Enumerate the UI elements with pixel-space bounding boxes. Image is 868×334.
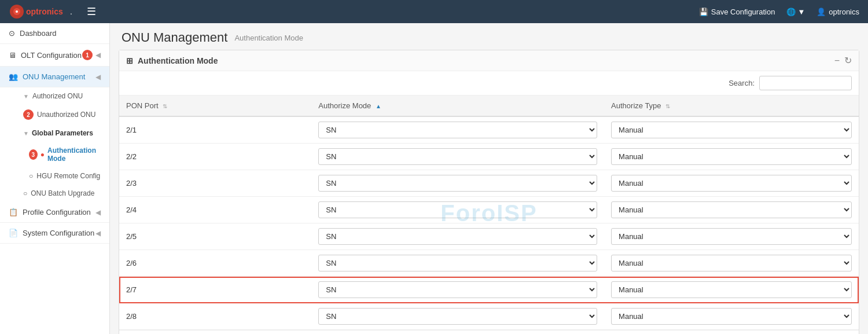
onu-batch-upgrade-label: ONU Batch Upgrade: [31, 189, 94, 197]
unauth-badge: 2: [23, 109, 34, 120]
sidebar-item-profile-config[interactable]: 📋 Profile Configuration ◀: [0, 202, 109, 223]
sidebar-item-hgu-remote-config[interactable]: ○ HGU Remote Config: [23, 167, 109, 185]
unauthorized-onu-label: Unauthorized ONU: [37, 111, 95, 119]
table-row: 2/1SNPasswordSN+PasswordManualAuto: [119, 116, 859, 144]
minimize-button[interactable]: −: [834, 56, 840, 66]
table-row: 2/4SNPasswordSN+PasswordManualAuto: [119, 197, 859, 223]
sidebar-item-unauthorized-onu[interactable]: 2 Unauthorized ONU: [17, 105, 109, 124]
hgu-remote-config-label: HGU Remote Config: [36, 172, 100, 180]
search-input[interactable]: [759, 76, 852, 90]
sidebar: ⊙ Dashboard 🖥 OLT Configuration 1 ◀ 👥 ON…: [0, 23, 110, 334]
authorize-type-cell: ManualAuto: [604, 197, 859, 223]
authorize-mode-select[interactable]: SNPasswordSN+Password: [318, 255, 597, 271]
global-params-label: Global Parameters: [32, 129, 93, 137]
authorize-mode-cell: SNPasswordSN+Password: [311, 170, 604, 197]
authorize-mode-select[interactable]: SNPasswordSN+Password: [318, 148, 597, 165]
authorize-mode-cell: SNPasswordSN+Password: [311, 277, 604, 303]
type-sort-icon[interactable]: ⇅: [665, 103, 670, 109]
sidebar-item-onu-batch-upgrade[interactable]: ○ ONU Batch Upgrade: [17, 185, 109, 202]
authorize-type-select[interactable]: ManualAuto: [611, 281, 852, 298]
authorize-mode-select[interactable]: SNPasswordSN+Password: [318, 201, 597, 218]
authorize-mode-cell: SNPasswordSN+Password: [311, 250, 604, 277]
system-arrow-icon: ◀: [95, 229, 101, 237]
table-wrapper: ForoISP PON Port ⇅ Authorize Mode: [119, 96, 859, 330]
table-row: 2/6SNPasswordSN+PasswordManualAuto: [119, 250, 859, 277]
search-label: Search:: [729, 79, 755, 87]
sidebar-item-dashboard[interactable]: ⊙ Dashboard: [0, 23, 109, 44]
top-nav-left: optronics . ☰: [9, 3, 96, 20]
mode-sort-icon[interactable]: ▲: [376, 103, 381, 109]
table-body: 2/1SNPasswordSN+PasswordManualAuto2/2SNP…: [119, 116, 859, 330]
pon-port-cell: 2/4: [119, 197, 311, 223]
authorize-type-select[interactable]: ManualAuto: [611, 175, 852, 192]
top-nav: optronics . ☰ 💾 Save Configuration 🌐 ▼ 👤…: [0, 0, 868, 23]
lang-arrow-icon: ▼: [797, 8, 805, 16]
pon-sort-icon[interactable]: ⇅: [163, 103, 167, 109]
onu-sub-menu: ▼ Authorized ONU 2 Unauthorized ONU ▼ Gl…: [0, 87, 109, 202]
monitor-icon: 🖥: [9, 51, 16, 60]
profile-icon: 📋: [9, 208, 18, 216]
save-config-label: Save Configuration: [711, 8, 775, 16]
page-subtitle: Authentication Mode: [234, 34, 303, 42]
refresh-button[interactable]: ↻: [844, 55, 852, 66]
search-row: Search:: [119, 71, 859, 96]
svg-text:optronics: optronics: [26, 7, 63, 16]
user-icon: 👤: [816, 8, 826, 16]
user-menu[interactable]: 👤 optronics: [816, 8, 859, 16]
sidebar-item-onu-management[interactable]: 👥 ONU Management ◀: [0, 67, 109, 87]
table-row: 2/5SNPasswordSN+PasswordManualAuto: [119, 223, 859, 250]
th-pon-port: PON Port ⇅: [119, 96, 311, 116]
authorize-type-select[interactable]: ManualAuto: [611, 228, 852, 245]
authorize-mode-cell: SNPasswordSN+Password: [311, 223, 604, 250]
panel-actions: − ↻: [834, 55, 852, 66]
chevron-down-icon: ▼: [23, 130, 29, 137]
dashboard-label: Dashboard: [20, 29, 57, 38]
authorize-mode-cell: SNPasswordSN+Password: [311, 303, 604, 330]
authorize-type-select[interactable]: ManualAuto: [611, 148, 852, 165]
circle-icon: ●: [41, 151, 45, 159]
sidebar-item-authentication-mode[interactable]: 3 ● Authentication Mode: [23, 142, 109, 167]
circle-outline-icon: ○: [29, 172, 33, 180]
submit-row: Submit: [119, 330, 859, 334]
table-grid-icon: ⊞: [126, 56, 133, 65]
pon-port-cell: 2/2: [119, 144, 311, 170]
global-params-sub: 3 ● Authentication Mode ○ HGU Remote Con…: [17, 142, 109, 185]
table-row: 2/8SNPasswordSN+PasswordManualAuto: [119, 303, 859, 330]
language-selector[interactable]: 🌐 ▼: [786, 8, 805, 16]
system-config-label: System Configuration: [23, 229, 94, 237]
sidebar-item-global-parameters[interactable]: ▼ Global Parameters: [17, 124, 109, 142]
authorize-type-select[interactable]: ManualAuto: [611, 201, 852, 218]
save-config-button[interactable]: 💾 Save Configuration: [699, 8, 775, 16]
authorize-type-select[interactable]: ManualAuto: [611, 308, 852, 325]
pon-port-cell: 2/8: [119, 303, 311, 330]
authentication-mode-label: Authentication Mode: [47, 146, 104, 163]
badge-2: 2: [23, 109, 34, 120]
table-header: PON Port ⇅ Authorize Mode ▲ Authorize Ty…: [119, 96, 859, 116]
authorize-mode-select[interactable]: SNPasswordSN+Password: [318, 308, 597, 325]
sidebar-item-authorized-onu[interactable]: ▼ Authorized ONU: [17, 87, 109, 105]
authorize-type-select[interactable]: ManualAuto: [611, 255, 852, 271]
authorize-mode-select[interactable]: SNPasswordSN+Password: [318, 175, 597, 192]
authorize-mode-select[interactable]: SNPasswordSN+Password: [318, 228, 597, 245]
panel-header: ⊞ Authentication Mode − ↻: [119, 50, 859, 71]
authorize-type-select[interactable]: ManualAuto: [611, 122, 852, 138]
authorize-type-cell: ManualAuto: [604, 277, 859, 303]
authorize-mode-select[interactable]: SNPasswordSN+Password: [318, 281, 597, 298]
dashboard-icon: ⊙: [9, 29, 15, 38]
authorize-type-cell: ManualAuto: [604, 250, 859, 277]
olt-arrow-icon: ◀: [95, 51, 101, 59]
page-title: ONU Management: [122, 30, 227, 45]
sidebar-item-olt-config[interactable]: 🖥 OLT Configuration 1 ◀: [0, 44, 109, 67]
authorize-type-cell: ManualAuto: [604, 170, 859, 197]
globe-icon: 🌐: [786, 8, 796, 16]
pon-port-cell: 2/1: [119, 116, 311, 144]
authorize-type-cell: ManualAuto: [604, 116, 859, 144]
top-nav-right: 💾 Save Configuration 🌐 ▼ 👤 optronics: [699, 8, 859, 16]
authorize-mode-select[interactable]: SNPasswordSN+Password: [318, 122, 597, 138]
main-content: ONU Management Authentication Mode ⊞ Aut…: [110, 23, 868, 334]
sidebar-item-system-config[interactable]: 📄 System Configuration ◀: [0, 223, 109, 244]
onu-icon: 👥: [9, 72, 18, 81]
authorize-mode-cell: SNPasswordSN+Password: [311, 116, 604, 144]
system-icon: 📄: [9, 229, 18, 237]
hamburger-icon[interactable]: ☰: [87, 5, 96, 18]
